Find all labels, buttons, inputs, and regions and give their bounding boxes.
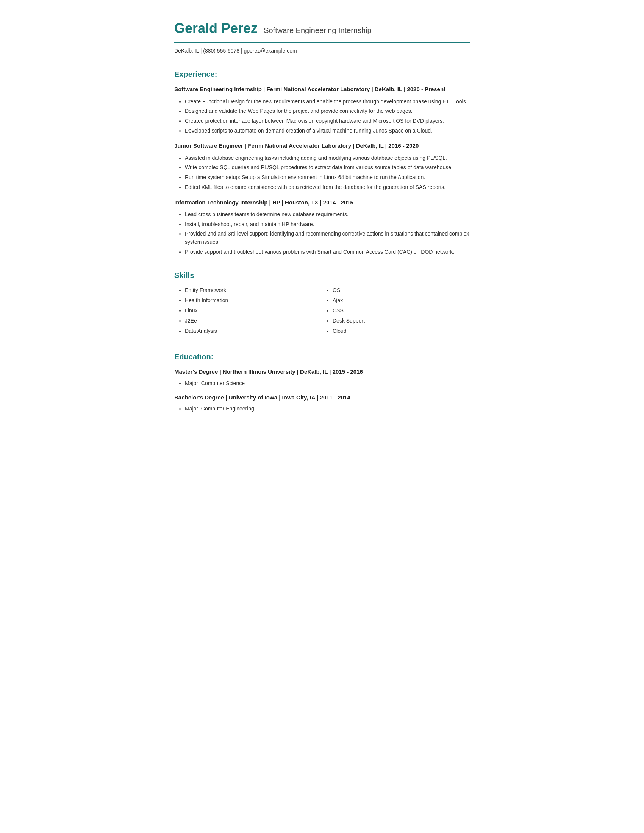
- resume-container: Gerald Perez Software Engineering Intern…: [151, 0, 493, 833]
- job-title-header: Software Engineering Internship: [264, 25, 372, 36]
- edu-2-title: Bachelor's Degree | University of Iowa |…: [174, 393, 470, 402]
- skills-left-col: Entity Framework Health Information Linu…: [174, 286, 322, 338]
- job-2-title: Junior Software Engineer | Fermi Nationa…: [174, 142, 470, 150]
- skills-right-col: OS Ajax CSS Desk Support Cloud: [322, 286, 470, 338]
- list-item: J2Ee: [185, 317, 322, 325]
- list-item: Developed scripts to automate on demand …: [185, 127, 470, 135]
- list-item: Created protection interface layer betwe…: [185, 117, 470, 125]
- edu-1-title: Master's Degree | Northern Illinois Univ…: [174, 368, 470, 376]
- job-3-title: Information Technology Internship | HP |…: [174, 198, 470, 207]
- list-item: Major: Computer Science: [185, 380, 470, 388]
- list-item: Write complex SQL queries and PL/SQL pro…: [185, 164, 470, 172]
- list-item: Ajax: [333, 296, 470, 304]
- list-item: Lead cross business teams to determine n…: [185, 211, 470, 219]
- candidate-name: Gerald Perez: [174, 18, 258, 39]
- skills-section-title: Skills: [174, 270, 470, 281]
- list-item: CSS: [333, 307, 470, 315]
- list-item: OS: [333, 286, 470, 294]
- header-divider: [174, 42, 470, 43]
- list-item: Data Analysis: [185, 327, 322, 335]
- job-1-title: Software Engineering Internship | Fermi …: [174, 85, 470, 94]
- list-item: Edited XML files to ensure consistence w…: [185, 183, 470, 191]
- experience-section-title: Experience:: [174, 69, 470, 80]
- edu-1-bullets: Major: Computer Science: [174, 380, 470, 388]
- list-item: Designed and validate the Web Pages for …: [185, 107, 470, 116]
- list-item: Run time system setup: Setup a Simulatio…: [185, 174, 470, 182]
- list-item: Desk Support: [333, 317, 470, 325]
- skills-grid: Entity Framework Health Information Linu…: [174, 286, 470, 338]
- job-2-bullets: Assisted in database engineering tasks i…: [174, 154, 470, 191]
- list-item: Cloud: [333, 327, 470, 335]
- list-item: Install, troubleshoot, repair, and maint…: [185, 220, 470, 229]
- list-item: Provided 2nd and 3rd level support; iden…: [185, 230, 470, 246]
- list-item: Health Information: [185, 296, 322, 304]
- education-section-title: Education:: [174, 351, 470, 362]
- list-item: Assisted in database engineering tasks i…: [185, 154, 470, 162]
- list-item: Linux: [185, 307, 322, 315]
- list-item: Major: Computer Engineering: [185, 405, 470, 413]
- header-name-row: Gerald Perez Software Engineering Intern…: [174, 18, 470, 39]
- job-1-bullets: Create Functional Design for the new req…: [174, 98, 470, 135]
- contact-info: DeKalb, IL | (880) 555-6078 | gperez@exa…: [174, 47, 470, 55]
- list-item: Entity Framework: [185, 286, 322, 294]
- job-3-bullets: Lead cross business teams to determine n…: [174, 211, 470, 256]
- edu-2-bullets: Major: Computer Engineering: [174, 405, 470, 413]
- list-item: Provide support and troubleshoot various…: [185, 248, 470, 256]
- list-item: Create Functional Design for the new req…: [185, 98, 470, 106]
